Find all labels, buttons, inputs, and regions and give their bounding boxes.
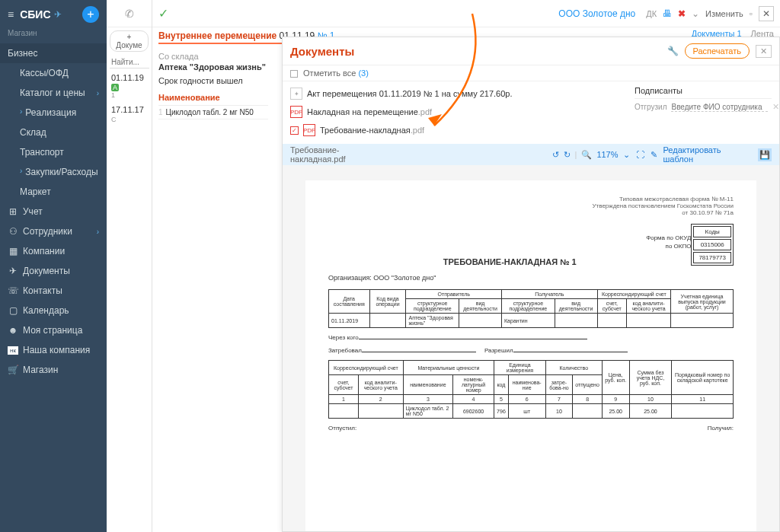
nav-nasha[interactable]: нкНаша компания xyxy=(0,340,107,360)
nav-market[interactable]: Маркет xyxy=(0,182,107,202)
zoom-dropdown-icon[interactable]: ⌄ xyxy=(623,150,630,160)
logo[interactable]: ≡ СБИС ✈ xyxy=(8,8,62,21)
edit-template-link[interactable]: Редактировать шаблон xyxy=(663,145,752,164)
docs-header: Документы 🔧 Распечатать ✕ xyxy=(283,37,779,65)
docs-title: Документы xyxy=(290,45,354,58)
rotate-right-icon[interactable]: ↻ xyxy=(564,150,571,160)
signer-name-input[interactable] xyxy=(671,103,768,112)
nav-transport[interactable]: Транспорт xyxy=(0,142,107,162)
doc-name: Требование-накладная xyxy=(320,126,411,135)
edit-link[interactable]: Изменить xyxy=(705,9,743,18)
checkbox-icon[interactable] xyxy=(290,70,298,78)
nav-kalendar[interactable]: ▢Календарь xyxy=(0,301,107,320)
codes-box: Коды 0315006 78179773 xyxy=(691,224,734,266)
calculator-icon: ⊞ xyxy=(8,206,18,217)
received-label: Получил: xyxy=(708,425,734,432)
window-icon[interactable]: ▫ xyxy=(750,8,753,19)
doc-row-trebovanie[interactable]: ✓ PDF Требование-накладная.pdf xyxy=(283,121,779,139)
nav-kompanii[interactable]: ▦Компании xyxy=(0,241,107,261)
okpo-label: по ОКПО xyxy=(328,243,734,250)
nav-section-business[interactable]: Бизнес xyxy=(0,43,107,63)
date-list-panel: ✆ + Докуме 01.11.19 А1 17.11.17 С xyxy=(107,0,152,532)
warehouse-panel: Со склада Аптека "Здоровая жизнь" Срок г… xyxy=(152,46,274,126)
sidebar-header: ≡ СБИС ✈ + xyxy=(0,0,107,29)
main-area: ✓ ООО Золотое дно ДК 🖶 ✖ ⌄ Изменить ▫ ✕ … xyxy=(152,0,780,532)
print-button[interactable]: Распечатать xyxy=(685,43,750,59)
nav-katalog[interactable]: Каталог и цены› xyxy=(0,83,107,103)
contacts-icon: ☏ xyxy=(8,285,18,296)
signers-panel: Подписанты Отгрузил ✕ xyxy=(635,83,772,115)
printer-icon[interactable]: 🖶 xyxy=(663,8,672,19)
signers-label: Отгрузил xyxy=(635,103,667,111)
date-entry-2[interactable]: 17.11.17 С xyxy=(107,102,152,126)
from-warehouse-value: Аптека "Здоровая жизнь" xyxy=(158,62,268,72)
delete-icon[interactable]: ✖ xyxy=(678,8,686,19)
nav-dokumenty[interactable]: ✈Документы xyxy=(0,261,107,281)
pdf-icon: PDF xyxy=(290,106,302,118)
calendar-icon: ▢ xyxy=(8,305,18,316)
org-line: Организация: ООО "Золотое дно" xyxy=(328,274,734,282)
hamburger-icon[interactable]: ≡ xyxy=(8,8,14,21)
avatar-icon: ☻ xyxy=(8,325,18,336)
mark-all-row[interactable]: Отметить все (3) xyxy=(283,65,779,81)
nav-kassy[interactable]: Кассы/ОФД xyxy=(0,63,107,83)
documents-overlay: Документы 🔧 Распечатать ✕ Отметить все (… xyxy=(282,37,780,532)
nav-sklad[interactable]: Склад xyxy=(0,123,107,142)
allowed-label: Разрешил xyxy=(484,347,513,354)
save-icon[interactable]: 💾 xyxy=(758,148,772,161)
rotate-left-icon[interactable]: ↺ xyxy=(552,150,559,160)
expiry-note: Срок годности вышел xyxy=(158,76,268,85)
window-toolbar: ✓ ООО Золотое дно ДК 🖶 ✖ ⌄ Изменить ▫ ✕ xyxy=(152,0,780,27)
item-row[interactable]: 1Циклодол табл. 2 мг N50 xyxy=(158,106,268,119)
logo-bird-icon: ✈ xyxy=(54,9,62,20)
add-document-button[interactable]: + Докуме xyxy=(110,30,149,52)
through-label: Через кого xyxy=(328,334,359,341)
doc-name: Акт перемещения 01.11.2019 № 1 на сумму … xyxy=(307,89,513,98)
paper-title: ТРЕБОВАНИЕ-НАКЛАДНАЯ № 1 xyxy=(328,257,734,266)
zoom-value[interactable]: 117% xyxy=(596,150,618,160)
signers-title: Подписанты xyxy=(635,83,772,99)
zoom-icon[interactable]: 🔍 xyxy=(581,150,592,160)
wrench-icon[interactable]: 🔧 xyxy=(667,46,679,56)
nav-moya[interactable]: ☻Моя страница xyxy=(0,320,107,340)
header-table: Дата составления Код вида операции Отпра… xyxy=(328,289,734,328)
check-icon[interactable]: ✓ xyxy=(158,6,168,21)
store-label: Магазин xyxy=(0,29,107,43)
document-preview[interactable]: Типовая межотраслевая форма № М-11 Утвер… xyxy=(283,165,779,531)
pdf-icon: PDF xyxy=(303,124,315,136)
nav-realizaciya[interactable]: ›Реализация xyxy=(0,103,107,123)
dropdown-icon[interactable]: ⌄ xyxy=(692,8,699,19)
date-entry-1[interactable]: 01.11.19 А1 xyxy=(107,70,152,102)
nav-kontakty[interactable]: ☏Контакты xyxy=(0,281,107,301)
fullscreen-icon[interactable]: ⛶ xyxy=(636,150,644,159)
chevron-right-icon: › xyxy=(97,89,99,97)
chevron-right-icon: › xyxy=(20,167,22,177)
doc-type-title: Внутреннее перемещение xyxy=(158,30,277,41)
okud-label: Форма по ОКУД xyxy=(328,234,734,241)
checked-icon[interactable]: ✓ xyxy=(290,126,299,135)
file-icon: ✦ xyxy=(290,88,302,100)
add-button[interactable]: + xyxy=(82,6,99,23)
preview-filename: Требование-накладная.pdf xyxy=(290,145,394,164)
nav-sotrudniki[interactable]: ⚇Сотрудники› xyxy=(0,221,107,241)
paper-page: Типовая межотраслевая форма № М-11 Утвер… xyxy=(305,180,756,531)
chevron-right-icon: › xyxy=(97,228,99,236)
items-header: Наименование xyxy=(158,90,268,106)
company-icon: нк xyxy=(8,346,18,355)
pencil-icon[interactable]: ✎ xyxy=(651,150,657,160)
close-overlay-button[interactable]: ✕ xyxy=(756,45,772,58)
requested-label: Затребовал xyxy=(328,347,362,354)
building-icon: ▦ xyxy=(8,246,18,256)
search-input[interactable] xyxy=(110,56,149,68)
sidebar: ≡ СБИС ✈ + Магазин Бизнес Кассы/ОФД Ката… xyxy=(0,0,107,532)
preview-toolbar: Требование-накладная.pdf ↺ ↻ | 🔍 117% ⌄ … xyxy=(283,144,779,165)
close-icon[interactable]: ✕ xyxy=(772,102,779,112)
form-notes: Типовая межотраслевая форма № М-11 Утвер… xyxy=(328,196,734,216)
nav-magazin[interactable]: 🛒Магазин xyxy=(0,360,107,380)
nav-uchet[interactable]: ⊞Учет xyxy=(0,202,107,221)
nav-zakupki[interactable]: ›Закупки/Расходы xyxy=(0,162,107,182)
phone-icon[interactable]: ✆ xyxy=(125,8,134,20)
from-warehouse-label: Со склада xyxy=(158,52,268,61)
close-button[interactable]: ✕ xyxy=(759,6,774,21)
org-link[interactable]: ООО Золотое дно xyxy=(558,8,635,19)
